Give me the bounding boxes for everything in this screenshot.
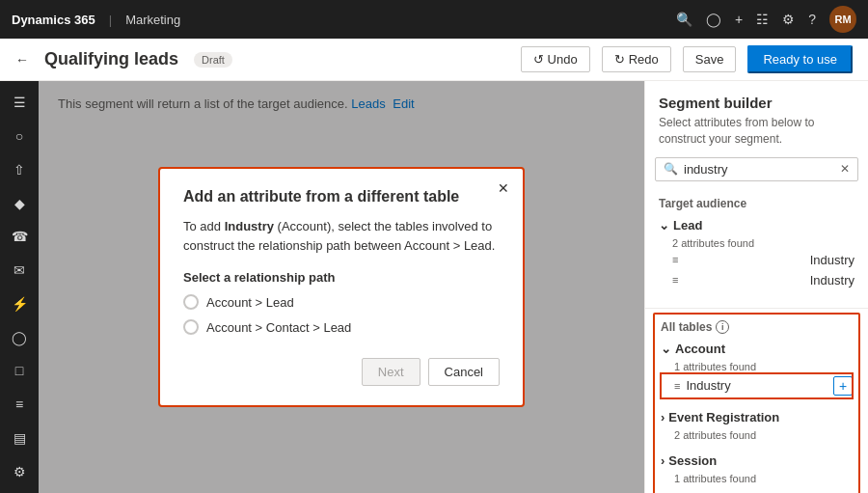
search-icon[interactable]: 🔍 <box>676 12 692 27</box>
event-chevron-icon: › <box>661 410 665 425</box>
panel-description: Select attributes from below to construc… <box>645 115 868 157</box>
session-group: › Session 1 attributes found <box>661 450 853 485</box>
module-name: Marketing <box>125 13 180 27</box>
account-chevron-icon: ⌄ <box>661 342 671 356</box>
attribute-search-box[interactable]: 🔍 ✕ <box>655 157 858 181</box>
target-audience-header: Target audience <box>659 197 854 210</box>
redo-button[interactable]: ↻ Redo <box>602 46 671 72</box>
account-industry-item[interactable]: ≡ Industry + <box>661 373 853 398</box>
cancel-button[interactable]: Cancel <box>428 358 500 386</box>
radio-option-1[interactable]: Account > Lead <box>183 294 500 310</box>
lead-industry-label-2: Industry <box>810 273 854 288</box>
redo-icon: ↻ <box>614 52 625 67</box>
modal-section-label: Select a relationship path <box>183 270 500 285</box>
sidebar-cog-icon[interactable]: ⚙ <box>4 457 35 485</box>
sidebar-email-icon[interactable]: ✉ <box>4 257 35 285</box>
lead-group: ⌄ Lead 2 attributes found ≡ Industry ≡ I… <box>659 214 854 290</box>
modal-close-button[interactable]: ✕ <box>498 180 509 196</box>
sidebar-menu-icon[interactable]: ☰ <box>4 89 35 117</box>
table-icon-account: ≡ <box>674 380 680 392</box>
modal-overlay: Add an attribute from a different table … <box>39 81 644 493</box>
radio-label-1: Account > Lead <box>206 295 294 310</box>
main-content: This segment will return a list of the t… <box>39 81 644 493</box>
next-button: Next <box>362 358 420 386</box>
undo-button[interactable]: ↺ Undo <box>521 46 590 72</box>
account-group-header[interactable]: ⌄ Account <box>661 338 853 360</box>
add-industry-button[interactable]: + <box>833 376 853 396</box>
topbar-separator: | <box>109 13 112 27</box>
event-registration-group: › Event Registration 2 attributes found <box>661 406 853 442</box>
topbar-actions: 🔍 ◯ + ☷ ⚙ ? RM <box>676 6 856 33</box>
event-registration-label: Event Registration <box>668 410 779 425</box>
lead-group-label: Lead <box>673 218 702 233</box>
lead-chevron-icon: ⌄ <box>659 218 669 233</box>
event-found-text: 2 attributes found <box>661 428 853 442</box>
event-registration-header[interactable]: › Event Registration <box>661 406 853 428</box>
all-tables-header: All tables i <box>661 320 853 334</box>
target-audience-section: Target audience ⌄ Lead 2 attributes foun… <box>645 191 868 304</box>
account-industry-label: Industry <box>686 378 730 393</box>
sidebar-square-icon[interactable]: □ <box>4 357 35 385</box>
info-icon[interactable]: i <box>716 320 729 334</box>
section-divider <box>645 308 868 309</box>
sidebar-recent-icon[interactable]: ⇧ <box>4 156 35 184</box>
sidebar-diamond-icon[interactable]: ◆ <box>4 189 35 217</box>
session-group-header[interactable]: › Session <box>661 450 853 472</box>
search-input[interactable] <box>684 162 834 177</box>
settings-icon[interactable]: ⚙ <box>782 12 795 27</box>
left-sidebar: ☰ ○ ⇧ ◆ ☎ ✉ ⚡ ◯ □ ≡ ▤ ⚙ <box>0 81 39 493</box>
page-title: Qualifying leads <box>44 49 178 69</box>
session-chevron-icon: › <box>661 453 665 468</box>
radio-option-2[interactable]: Account > Contact > Lead <box>183 319 500 335</box>
table-icon-1: ≡ <box>672 254 678 265</box>
search-clear-icon[interactable]: ✕ <box>840 162 850 176</box>
notification-icon[interactable]: ◯ <box>706 12 721 27</box>
session-found-text: 1 attributes found <box>661 472 853 485</box>
all-tables-section: All tables i ⌄ Account 1 attributes foun… <box>653 313 860 493</box>
lead-group-header[interactable]: ⌄ Lead <box>659 214 854 236</box>
table-icon-2: ≡ <box>672 274 678 286</box>
help-icon[interactable]: ? <box>808 12 816 27</box>
lead-industry-item-1[interactable]: ≡ Industry <box>659 250 854 270</box>
modal-title: Add an attribute from a different table <box>183 188 500 205</box>
status-badge: Draft <box>194 52 232 68</box>
sidebar-graph-icon[interactable]: ▤ <box>4 425 35 452</box>
account-found-text: 1 attributes found <box>661 360 853 373</box>
relationship-path-options: Account > Lead Account > Contact > Lead <box>183 294 500 335</box>
panel-title: Segment builder <box>645 81 868 115</box>
add-icon[interactable]: + <box>735 12 743 27</box>
user-avatar[interactable]: RM <box>829 6 856 33</box>
lead-industry-label-1: Industry <box>810 253 854 267</box>
sidebar-circle-icon[interactable]: ◯ <box>4 323 35 351</box>
panel-scroll-area: Target audience ⌄ Lead 2 attributes foun… <box>645 191 868 493</box>
sidebar-list-icon[interactable]: ≡ <box>4 391 35 419</box>
undo-icon: ↺ <box>533 52 544 67</box>
search-icon: 🔍 <box>664 162 678 176</box>
sidebar-lightning-icon[interactable]: ⚡ <box>4 290 35 318</box>
main-layout: ☰ ○ ⇧ ◆ ☎ ✉ ⚡ ◯ □ ≡ ▤ ⚙ This segment wil… <box>0 81 868 493</box>
save-button[interactable]: Save <box>683 46 737 72</box>
radio-circle-2 <box>183 319 199 335</box>
session-group-label: Session <box>668 453 717 468</box>
add-attribute-modal: Add an attribute from a different table … <box>158 167 525 407</box>
sidebar-contacts-icon[interactable]: ☎ <box>4 223 35 251</box>
radio-label-2: Account > Contact > Lead <box>206 320 351 335</box>
modal-description: To add Industry (Account), select the ta… <box>183 217 500 255</box>
modal-highlight-word: Industry <box>225 219 274 233</box>
radio-circle-1 <box>183 294 199 310</box>
modal-footer: Next Cancel <box>183 358 500 386</box>
filter-icon[interactable]: ☷ <box>756 12 769 27</box>
topbar: Dynamics 365 | Marketing 🔍 ◯ + ☷ ⚙ ? RM <box>0 0 868 39</box>
page-toolbar: ← Qualifying leads Draft ↺ Undo ↻ Redo S… <box>0 39 868 81</box>
lead-industry-item-2[interactable]: ≡ Industry <box>659 270 854 290</box>
all-tables-label: All tables <box>661 320 712 334</box>
segment-builder-panel: Segment builder Select attributes from b… <box>644 81 868 493</box>
ready-to-use-button[interactable]: Ready to use <box>747 45 853 73</box>
lead-found-text: 2 attributes found <box>659 236 854 250</box>
account-group-label: Account <box>675 342 725 356</box>
back-button[interactable]: ← <box>15 52 29 68</box>
account-group: ⌄ Account 1 attributes found ≡ Industry … <box>661 338 853 398</box>
brand-name: Dynamics 365 <box>12 13 95 27</box>
sidebar-home-icon[interactable]: ○ <box>4 123 35 151</box>
